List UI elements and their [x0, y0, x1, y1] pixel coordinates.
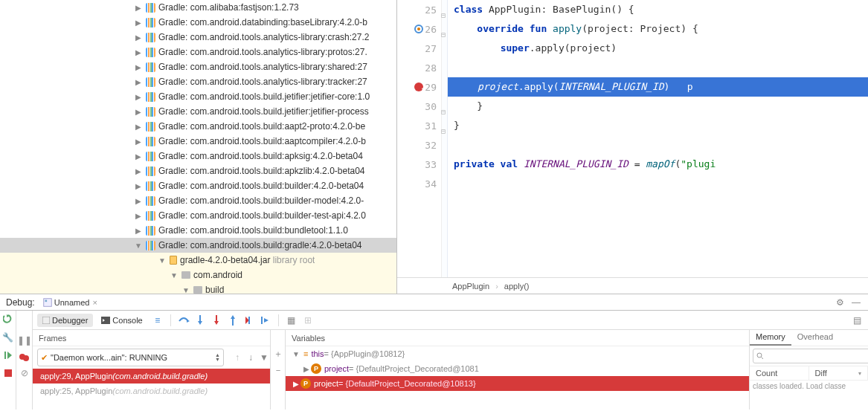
tree-item[interactable]: ▶Gradle: com.android.tools.build:aaptcom…	[0, 134, 396, 149]
tree-item[interactable]: ▶Gradle: com.android.tools.build:aapt2-p…	[0, 119, 396, 134]
expand-arrow-icon[interactable]: ▶	[134, 197, 143, 205]
breadcrumb[interactable]: AppPlugin › apply()	[397, 277, 868, 294]
minimize-icon[interactable]: —	[850, 297, 862, 308]
tree-item[interactable]: ▶Gradle: com.android.tools.build:builder…	[0, 208, 396, 223]
expand-arrow-icon[interactable]: ▶	[134, 167, 143, 175]
tree-item[interactable]: ▶Gradle: com.android.tools.build:apksig:…	[0, 149, 396, 164]
library-icon	[146, 107, 155, 117]
memory-search-input[interactable]	[753, 349, 868, 363]
stepper-icon[interactable]: ▲▼	[215, 353, 220, 362]
fold-gutter[interactable]: ⊟ ⊟ ⊟ ⊟	[442, 0, 448, 277]
settings-icon[interactable]: ⚙	[834, 297, 846, 308]
pause-icon[interactable]: ❚❚	[19, 334, 30, 346]
run-to-cursor-icon[interactable]	[259, 314, 272, 327]
stack-frame[interactable]: apply:29, AppPlugin (com.android.build.g…	[33, 369, 270, 384]
collapse-arrow-icon[interactable]: ▼	[292, 350, 300, 358]
svg-rect-3	[4, 352, 6, 359]
expand-arrow-icon[interactable]: ▶	[134, 182, 143, 190]
console-tab-icon	[101, 317, 110, 324]
tree-item[interactable]: ▶Gradle: com.android.tools.build:builder…	[0, 178, 396, 193]
code-content[interactable]: class AppPlugin: BasePlugin() { override…	[448, 0, 868, 277]
expand-arrow-icon[interactable]: ▶	[302, 365, 311, 373]
tree-item[interactable]: ▶Gradle: com.android.databinding:baseLib…	[0, 15, 396, 30]
rerun-icon[interactable]	[2, 314, 14, 326]
layout-icon[interactable]: ▤	[850, 314, 864, 327]
close-config-icon[interactable]: ×	[92, 298, 97, 307]
variable-row[interactable]: ▶Pproject = {DefaultProject_Decorated@10…	[286, 361, 749, 376]
expand-arrow-icon[interactable]: ▶	[134, 108, 143, 116]
count-column[interactable]: Count	[750, 366, 809, 380]
console-tab[interactable]: Console	[96, 314, 147, 327]
step-over-icon[interactable]	[177, 314, 190, 327]
breakpoint-icon[interactable]	[414, 82, 423, 91]
threads-icon[interactable]: ≡	[151, 314, 164, 327]
tree-item[interactable]: ▶Gradle: com.android.tools.analytics-lib…	[0, 45, 396, 59]
run-configuration[interactable]: Unnamed ×	[42, 297, 97, 308]
step-out-icon[interactable]	[226, 314, 239, 327]
variable-row-selected[interactable]: ▶Pproject = {DefaultProject_Decorated@10…	[286, 376, 749, 391]
diff-column[interactable]: Diff▾	[809, 366, 869, 380]
debugger-tab[interactable]: Debugger	[37, 314, 93, 327]
evaluate-icon[interactable]: ▦	[285, 314, 298, 327]
expand-arrow-icon[interactable]: ▶	[134, 19, 143, 27]
step-into-icon[interactable]	[193, 314, 207, 327]
collapse-arrow-icon[interactable]: ▼	[170, 271, 179, 279]
tree-item[interactable]: ▶Gradle: com.alibaba:fastjson:1.2.73	[0, 0, 396, 15]
code-editor[interactable]: 25 26 27 28 29 30 31 32 33 34 ⊟ ⊟ ⊟ ⊟ cl…	[397, 0, 868, 294]
expand-arrow-icon[interactable]: ▶	[134, 48, 143, 56]
tree-package-item[interactable]: ▼com.android	[0, 268, 396, 282]
chevron-right-icon: ›	[495, 282, 498, 291]
tree-item[interactable]: ▶Gradle: com.android.tools.build:apkzlib…	[0, 164, 396, 178]
memory-tab[interactable]: Memory	[750, 330, 791, 346]
memory-footer[interactable]: classes loaded. Load classe	[750, 381, 868, 392]
drop-frame-icon[interactable]	[242, 314, 256, 327]
next-frame-icon[interactable]: ↓	[245, 352, 257, 363]
tree-item[interactable]: ▶Gradle: com.android.tools.build:bundlet…	[0, 223, 396, 238]
expand-arrow-icon[interactable]: ▶	[134, 227, 143, 235]
stop-icon[interactable]	[2, 367, 14, 379]
thread-selector[interactable]: ✔ "Daemon work...ain": RUNNING ▲▼	[37, 349, 224, 366]
tree-item[interactable]: ▶Gradle: com.android.tools.analytics-lib…	[0, 74, 396, 89]
tree-item[interactable]: ▶Gradle: com.android.tools.analytics-lib…	[0, 59, 396, 74]
overhead-tab[interactable]: Overhead	[791, 330, 839, 346]
stack-frame[interactable]: apply:25, AppPlugin (com.android.build.g…	[33, 384, 270, 398]
tree-item[interactable]: ▶Gradle: com.android.tools.analytics-lib…	[0, 30, 396, 45]
breadcrumb-class[interactable]: AppPlugin	[452, 282, 489, 291]
view-breakpoints-icon[interactable]	[19, 351, 30, 363]
expand-arrow-icon[interactable]: ▶	[292, 380, 300, 388]
add-watch-icon[interactable]: ＋	[272, 348, 284, 360]
check-icon: ✔	[41, 353, 48, 363]
tree-item[interactable]: ▶Gradle: com.android.tools.build.jetifie…	[0, 89, 396, 104]
collapse-arrow-icon[interactable]: ▼	[158, 256, 167, 265]
force-step-into-icon[interactable]	[210, 314, 223, 327]
debug-stepping-sidebar: ❚❚ ⊘	[16, 311, 33, 410]
project-tree[interactable]: ▶Gradle: com.alibaba:fastjson:1.2.73 ▶Gr…	[0, 0, 397, 294]
prev-frame-icon[interactable]: ↑	[231, 352, 243, 363]
expand-arrow-icon[interactable]: ▶	[134, 63, 143, 71]
tree-item[interactable]: ▶Gradle: com.android.tools.build.jetifie…	[0, 104, 396, 119]
variable-row[interactable]: ▼≡this = {AppPlugin@10812}	[286, 346, 749, 361]
expand-arrow-icon[interactable]: ▶	[134, 33, 143, 42]
tree-jar-item[interactable]: ▼gradle-4.2.0-beta04.jar library root	[0, 253, 396, 268]
expand-arrow-icon[interactable]: ▶	[134, 137, 143, 146]
expand-arrow-icon[interactable]: ▶	[134, 78, 143, 86]
library-icon	[146, 241, 155, 250]
expand-arrow-icon[interactable]: ▶	[134, 4, 143, 12]
tree-item[interactable]: ▶Gradle: com.android.tools.build:builder…	[0, 193, 396, 208]
expand-arrow-icon[interactable]: ▶	[134, 152, 143, 161]
line-gutter: 25 26 27 28 29 30 31 32 33 34	[397, 0, 442, 277]
tree-item-selected[interactable]: ▼Gradle: com.android.tools.build:gradle:…	[0, 238, 396, 253]
breadcrumb-method[interactable]: apply()	[504, 282, 530, 291]
mute-breakpoints-icon[interactable]: ⊘	[19, 367, 30, 379]
filter-icon[interactable]: ▼	[258, 352, 270, 363]
remove-watch-icon[interactable]: －	[272, 364, 284, 376]
resume-icon[interactable]	[2, 349, 14, 361]
trace-icon[interactable]: ⊞	[301, 314, 315, 327]
tree-folder-item[interactable]: ▼build	[0, 282, 396, 294]
collapse-arrow-icon[interactable]: ▼	[181, 286, 190, 294]
expand-arrow-icon[interactable]: ▶	[134, 123, 143, 131]
wrench-icon[interactable]: 🔧	[2, 331, 14, 343]
expand-arrow-icon[interactable]: ▶	[134, 93, 143, 101]
expand-arrow-icon[interactable]: ▶	[134, 212, 143, 220]
collapse-arrow-icon[interactable]: ▼	[134, 242, 143, 250]
